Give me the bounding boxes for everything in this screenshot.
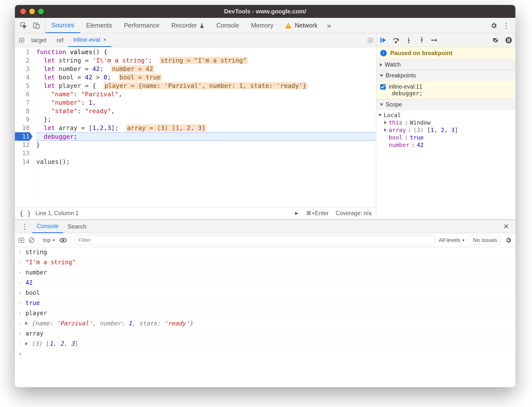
debugger-toolbar	[376, 33, 515, 47]
step-into-icon[interactable]	[405, 36, 413, 44]
console-prompt-icon[interactable]: ›	[18, 350, 22, 357]
panel-tab-elements[interactable]: Elements	[80, 18, 118, 33]
settings-icon[interactable]	[490, 22, 497, 29]
svg-marker-9	[382, 38, 386, 42]
deactivate-breakpoints-icon[interactable]	[492, 36, 499, 44]
input-chevron-icon: ›	[18, 310, 22, 317]
breakpoint-item[interactable]: inline-eval:11 debugger;	[376, 81, 515, 99]
file-tab-inline-eval[interactable]: inline-eval×	[68, 33, 111, 47]
panel-tabs: SourcesElementsPerformanceRecorderConsol…	[15, 18, 515, 33]
clear-console-icon[interactable]	[28, 237, 35, 243]
show-navigator-icon[interactable]	[18, 36, 25, 44]
output-chevron-icon: ‹	[18, 340, 22, 347]
scope-var-this[interactable]: this: Window	[378, 119, 513, 126]
cursor-position: Line 1, Column 1	[36, 210, 79, 217]
run-snippet-icon[interactable]	[294, 211, 299, 216]
drawer-tab-search[interactable]: Search	[63, 220, 91, 233]
scope-header[interactable]: Scope	[376, 99, 515, 110]
console-row: ›string	[15, 247, 515, 257]
svg-rect-8	[380, 38, 382, 42]
input-chevron-icon: ›	[18, 330, 22, 337]
breakpoint-source: debugger;	[380, 90, 511, 97]
step-out-icon[interactable]	[418, 36, 425, 44]
beaker-icon	[199, 23, 204, 28]
console-output[interactable]: ›string‹"I'm a string"›number‹42›bool‹tr…	[15, 247, 515, 387]
live-expression-icon[interactable]	[59, 237, 67, 244]
run-hint: ⌘+Enter	[306, 210, 329, 217]
pause-on-exceptions-icon[interactable]	[505, 36, 512, 44]
kebab-menu-icon[interactable]: ⋮	[502, 21, 510, 30]
zoom-window-button[interactable]	[38, 9, 44, 14]
scope-var-bool[interactable]: bool: true	[378, 134, 513, 141]
log-levels-selector[interactable]: All levels▼	[439, 237, 465, 243]
output-chevron-icon: ‹	[18, 279, 22, 286]
output-chevron-icon: ‹	[18, 259, 22, 266]
svg-rect-21	[509, 38, 510, 42]
console-row: ‹{name: 'Parzival', number: 1, state: 'r…	[15, 318, 515, 329]
console-settings-icon[interactable]	[505, 237, 512, 244]
close-tab-icon[interactable]: ×	[103, 36, 106, 43]
console-row: ›player	[15, 308, 515, 318]
device-toolbar-icon[interactable]	[32, 21, 41, 30]
console-filter-input[interactable]: Filter	[75, 236, 435, 245]
step-over-icon[interactable]	[392, 36, 400, 44]
editor-statusbar: { } Line 1, Column 1 ⌘+Enter Coverage: n…	[15, 207, 376, 219]
svg-marker-7	[295, 212, 298, 215]
svg-marker-12	[408, 40, 410, 41]
pretty-print-icon[interactable]: { }	[19, 210, 31, 217]
code-body[interactable]: function values() { let string = 'I\'m a…	[33, 47, 376, 207]
panel-tab-console[interactable]: Console	[210, 18, 245, 33]
svg-point-13	[408, 42, 409, 43]
file-tab-ref[interactable]: ref	[51, 33, 68, 47]
minimize-window-button[interactable]	[29, 9, 35, 14]
issues-button[interactable]: No Issues	[469, 236, 501, 245]
breakpoints-header[interactable]: Breakpoints	[376, 70, 515, 81]
more-file-options-icon[interactable]	[368, 37, 373, 43]
devtools-window: DevTools - www.google.com/ SourcesElemen…	[15, 5, 515, 387]
toggle-sidebar-icon[interactable]	[18, 237, 24, 243]
console-row: ›number	[15, 268, 515, 278]
step-icon[interactable]	[431, 36, 438, 44]
svg-point-15	[421, 37, 422, 38]
svg-point-19	[505, 37, 512, 43]
svg-marker-23	[21, 239, 22, 241]
panel-tab-sources[interactable]: Sources	[45, 18, 80, 33]
drawer-menu-icon[interactable]: ⋮	[18, 222, 31, 231]
close-window-button[interactable]	[20, 9, 26, 14]
drawer: ⋮ ConsoleSearch ✕ top▼ Filter All levels…	[15, 219, 515, 387]
resume-icon[interactable]	[379, 36, 387, 44]
console-toolbar: top▼ Filter All levels▼ No Issues	[15, 233, 515, 247]
drawer-tabs: ⋮ ConsoleSearch ✕	[15, 220, 515, 233]
scope-var-number[interactable]: number: 42	[378, 141, 513, 149]
svg-point-11	[395, 41, 397, 43]
watch-header[interactable]: Watch	[376, 59, 515, 70]
paused-banner: i Paused on breakpoint	[376, 47, 515, 59]
panel-tab-network[interactable]: Network!	[279, 18, 324, 33]
console-row: ‹true	[15, 298, 515, 308]
input-chevron-icon: ›	[18, 289, 22, 296]
more-tabs-icon[interactable]: »	[324, 18, 335, 33]
paused-text: Paused on breakpoint	[390, 50, 453, 57]
output-chevron-icon: ‹	[18, 300, 22, 306]
breakpoint-checkbox[interactable]	[380, 84, 386, 90]
svg-point-27	[62, 239, 64, 241]
panel-tab-memory[interactable]: Memory	[245, 18, 279, 33]
inline-eval: number = 42	[111, 65, 154, 72]
input-chevron-icon: ›	[18, 249, 22, 256]
console-row: ›array	[15, 329, 515, 339]
panel-tab-performance[interactable]: Performance	[118, 18, 165, 33]
close-drawer-icon[interactable]: ✕	[500, 222, 512, 231]
console-row: ‹42	[15, 278, 515, 288]
line-gutter[interactable]: 1234567891011121314	[15, 47, 33, 207]
scope-local[interactable]: Local	[378, 111, 513, 119]
scope-var-array[interactable]: array: (3) [1, 2, 3]	[378, 126, 513, 134]
inspect-element-icon[interactable]	[19, 21, 28, 30]
window-title: DevTools - www.google.com/	[15, 8, 515, 15]
context-selector[interactable]: top▼	[43, 237, 55, 243]
file-tab-target[interactable]: target	[26, 33, 51, 47]
inline-eval: string = "I'm a string"	[160, 57, 248, 64]
drawer-tab-console[interactable]: Console	[32, 220, 63, 233]
panel-tab-recorder[interactable]: Recorder	[165, 18, 210, 33]
console-row: ›bool	[15, 288, 515, 298]
code-editor[interactable]: 1234567891011121314 function values() { …	[15, 47, 376, 207]
